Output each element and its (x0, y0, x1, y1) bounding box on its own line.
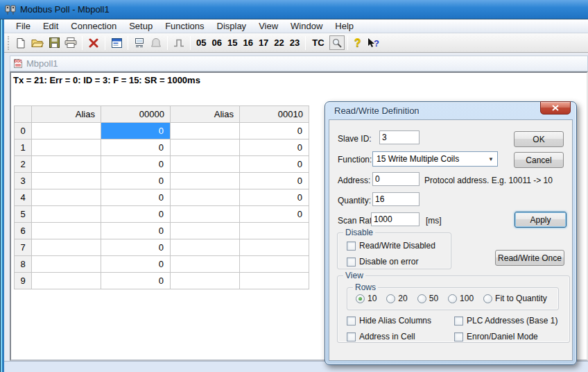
grid-cell-r8-c4[interactable] (240, 256, 309, 273)
grid-cell-r0-c1[interactable] (32, 123, 101, 140)
grid-cell-r6-c4[interactable] (240, 223, 309, 239)
grid-cell-r0-c4[interactable]: 0 (240, 123, 309, 140)
rows-option-fit-to-quantity[interactable]: Fit to Quantity (483, 294, 547, 303)
pulse-button[interactable] (171, 35, 187, 51)
menu-edit[interactable]: Edit (37, 20, 64, 32)
open-file-button[interactable] (29, 35, 46, 51)
zoom-button[interactable] (329, 35, 345, 50)
grid-row-1: 100 (15, 140, 309, 156)
grid-cell-r6-c3[interactable] (171, 223, 240, 239)
poll-setup-button[interactable] (131, 35, 148, 51)
save-button[interactable] (46, 35, 62, 51)
toolbar-function-05-button[interactable]: 05 (193, 36, 209, 49)
grid-cell-r7-c2[interactable]: 0 (101, 239, 171, 256)
communication-log-button[interactable] (148, 35, 164, 51)
test-center-button[interactable]: TC (309, 36, 327, 49)
grid-column-header-alias[interactable]: Alias (32, 106, 101, 123)
menu-connection[interactable]: Connection (64, 20, 123, 32)
rows-option-50[interactable]: 50 (417, 294, 438, 303)
display-setup-button[interactable] (108, 35, 125, 51)
grid-cell-r1-c3[interactable] (171, 140, 240, 156)
dialog-client-area: Slave ID: OK Function: 15 Write Multiple… (329, 119, 573, 361)
new-file-button[interactable] (12, 35, 29, 51)
menu-functions[interactable]: Functions (159, 20, 210, 32)
grid-cell-r5-c4[interactable]: 0 (240, 206, 309, 223)
toolbar-function-16-button[interactable]: 16 (240, 36, 255, 49)
apply-button[interactable]: Apply (514, 212, 567, 228)
grid-cell-r1-c1[interactable] (32, 140, 101, 156)
grid-cell-r9-c2[interactable]: 0 (101, 273, 171, 289)
grid-cell-r4-c2[interactable]: 0 (101, 189, 171, 206)
grid-cell-r2-c1[interactable] (32, 156, 101, 173)
toolbar-function-22-button[interactable]: 22 (271, 36, 286, 49)
grid-corner-header[interactable] (15, 106, 32, 123)
grid-cell-r1-c4[interactable]: 0 (240, 140, 309, 156)
grid-cell-r8-c1[interactable] (32, 256, 101, 273)
ok-button[interactable]: OK (514, 131, 564, 147)
toolbar-function-06-button[interactable]: 06 (209, 36, 224, 49)
grid-cell-r5-c3[interactable] (171, 206, 240, 223)
view-enron-daniel-mode-checkbox[interactable]: Enron/Daniel Mode (454, 332, 557, 341)
rows-option-100[interactable]: 100 (448, 294, 474, 303)
toolbar-separator (305, 36, 306, 50)
grid-cell-r0-c3[interactable] (171, 123, 240, 140)
grid-cell-r5-c2[interactable]: 0 (101, 206, 171, 223)
grid-cell-r9-c1[interactable] (32, 273, 101, 289)
disable-disable-on-error-checkbox[interactable]: Disable on error (347, 257, 435, 267)
menu-window[interactable]: Window (284, 20, 329, 32)
about-button[interactable]: ? (351, 37, 365, 49)
print-button[interactable] (62, 35, 79, 51)
toolbar-function-15-button[interactable]: 15 (225, 36, 240, 49)
grid-cell-r7-c1[interactable] (32, 239, 101, 256)
document-titlebar[interactable]: DOC Mbpoll1 (10, 56, 588, 71)
grid-cell-r7-c3[interactable] (171, 239, 240, 256)
toolbar-function-23-button[interactable]: 23 (287, 36, 302, 49)
grid-cell-r3-c3[interactable] (171, 173, 240, 189)
grid-cell-r4-c4[interactable]: 0 (240, 189, 309, 206)
grid-cell-r3-c2[interactable]: 0 (101, 173, 171, 189)
grid-cell-r6-c1[interactable] (32, 223, 101, 239)
menu-help[interactable]: Help (329, 20, 360, 32)
grid-cell-r6-c2[interactable]: 0 (101, 223, 171, 239)
grid-cell-r5-c1[interactable] (32, 206, 101, 223)
menu-file[interactable]: File (10, 20, 37, 32)
grid-cell-r3-c4[interactable]: 0 (240, 173, 309, 189)
grid-cell-r4-c1[interactable] (32, 189, 101, 206)
grid-cell-r2-c4[interactable]: 0 (240, 156, 309, 173)
disconnect-button[interactable] (85, 35, 102, 51)
grid-column-header-00010[interactable]: 00010 (240, 106, 309, 123)
scan-rate-input[interactable] (371, 212, 420, 226)
grid-cell-r8-c2[interactable]: 0 (101, 256, 171, 273)
view-address-in-cell-checkbox[interactable]: Address in Cell (347, 332, 454, 341)
grid-cell-r0-c2[interactable]: 0 (101, 123, 171, 140)
grid-cell-r2-c3[interactable] (171, 156, 240, 173)
grid-cell-r8-c3[interactable] (171, 256, 240, 273)
grid-cell-r1-c2[interactable]: 0 (101, 140, 171, 156)
toolbar-function-17-button[interactable]: 17 (256, 36, 271, 49)
view-plc-addresses-base-1-checkbox[interactable]: PLC Addresses (Base 1) (454, 316, 557, 326)
menu-display[interactable]: Display (211, 20, 253, 32)
grid-cell-r4-c3[interactable] (171, 189, 240, 206)
context-help-button[interactable]: ? (364, 35, 381, 51)
grid-cell-r2-c2[interactable]: 0 (101, 156, 171, 173)
grid-cell-r9-c4[interactable] (240, 273, 309, 289)
rows-option-10[interactable]: 10 (356, 294, 377, 303)
rows-option-20[interactable]: 20 (386, 294, 407, 303)
menu-setup[interactable]: Setup (123, 20, 159, 32)
grid-column-header-00000[interactable]: 00000 (101, 106, 171, 123)
dialog-close-button[interactable] (540, 101, 571, 115)
read-write-once-button[interactable]: Read/Write Once (495, 250, 564, 266)
view-hide-alias-columns-checkbox[interactable]: Hide Alias Columns (347, 316, 454, 326)
address-input[interactable] (372, 172, 420, 186)
grid-cell-r9-c3[interactable] (171, 273, 240, 289)
cancel-button[interactable]: Cancel (514, 152, 564, 168)
menu-view[interactable]: View (252, 20, 284, 32)
quantity-input[interactable] (372, 192, 420, 206)
grid-cell-r3-c1[interactable] (32, 173, 101, 189)
function-dropdown[interactable]: 15 Write Multiple Coils ▼ (372, 151, 498, 167)
grid-column-header-alias[interactable]: Alias (171, 106, 240, 123)
window-titlebar[interactable]: Modbus Poll - Mbpoll1 (0, 0, 588, 19)
disable-read-write-disabled-checkbox[interactable]: Read/Write Disabled (347, 241, 435, 251)
slave-id-input[interactable] (379, 130, 420, 144)
grid-cell-r7-c4[interactable] (240, 239, 309, 256)
